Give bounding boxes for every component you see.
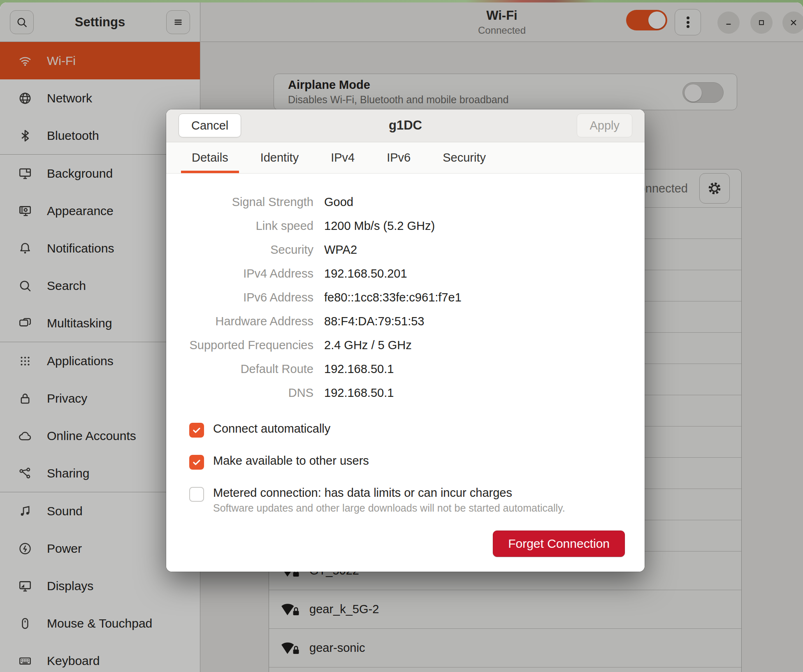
tab-ipv6[interactable]: IPv6 — [376, 142, 421, 173]
dialog-tabs: Details Identity IPv4 IPv6 Security — [166, 142, 645, 174]
tab-details[interactable]: Details — [181, 142, 239, 173]
detail-value: 192.168.50.1 — [324, 362, 394, 376]
kebab-icon — [687, 15, 689, 30]
detail-label: IPv4 Address — [166, 267, 313, 280]
maximize-button[interactable] — [750, 12, 773, 34]
cancel-button[interactable]: Cancel — [179, 114, 241, 137]
sidebar-item-label: Privacy — [47, 392, 87, 406]
network-row[interactable] — [269, 667, 741, 672]
sidebar-item-label: Keyboard — [47, 654, 100, 668]
checkbox-row-metered-connection[interactable]: Metered connection: has data limits or c… — [189, 486, 625, 514]
app-title: Settings — [34, 15, 166, 30]
bluetooth-icon — [18, 129, 32, 143]
sidebar-item-label: Online Accounts — [47, 429, 136, 443]
airplane-mode-toggle[interactable] — [682, 82, 724, 103]
network-ssid: gear_k_5G-2 — [309, 602, 379, 616]
network-settings-button[interactable] — [699, 173, 730, 204]
dialog-headerbar: Cancel g1DC Apply — [166, 109, 645, 142]
search-button[interactable] — [10, 10, 34, 34]
detail-row-link-speed: Link speed 1200 Mb/s (5.2 GHz) — [166, 214, 625, 238]
settings-window: Settings Wi-Fi Network Bluetooth — [0, 2, 803, 672]
network-row-gear-sonic[interactable]: gear-sonic — [269, 629, 741, 667]
hamburger-icon — [172, 16, 184, 28]
sidebar-item-label: Sound — [47, 504, 83, 518]
sidebar-item-label: Power — [47, 542, 82, 556]
sidebar-header: Settings — [0, 2, 200, 42]
page-title-group: Wi-Fi Connected — [478, 8, 526, 36]
make-available-checkbox[interactable] — [189, 455, 204, 470]
globe-icon — [18, 91, 32, 105]
tab-identity[interactable]: Identity — [250, 142, 310, 173]
sidebar-item-label: Notifications — [47, 241, 114, 255]
maximize-icon — [756, 17, 767, 28]
connect-automatically-checkbox[interactable] — [189, 423, 204, 438]
lock-icon — [18, 392, 32, 406]
music-note-icon — [18, 504, 32, 518]
sidebar-item-label: Multitasking — [47, 316, 112, 330]
network-ssid: gear-sonic — [309, 641, 365, 655]
detail-value: 88:F4:DA:79:51:53 — [324, 315, 424, 328]
checkbox-row-connect-automatically[interactable]: Connect automatically — [189, 422, 625, 438]
sidebar-item-keyboard[interactable]: Keyboard — [0, 642, 200, 672]
wifi-toggle-knob — [648, 12, 666, 29]
airplane-mode-title: Airplane Mode — [288, 78, 508, 92]
detail-value: 192.168.50.201 — [324, 267, 407, 280]
tab-security[interactable]: Security — [432, 142, 497, 173]
more-options-button[interactable] — [675, 9, 701, 35]
airplane-toggle-knob — [685, 84, 702, 102]
search-icon — [16, 16, 28, 28]
forget-connection-area: Forget Connection — [166, 531, 625, 557]
sidebar-item-label: Appearance — [47, 204, 114, 218]
close-button[interactable] — [782, 12, 803, 34]
sidebar-item-mouse-touchpad[interactable]: Mouse & Touchpad — [0, 605, 200, 642]
mouse-icon — [18, 616, 32, 630]
sidebar-item-label: Sharing — [47, 466, 89, 480]
checkbox-label: Connect automatically — [213, 422, 330, 436]
detail-row-hardware-address: Hardware Address 88:F4:DA:79:51:53 — [166, 309, 625, 333]
wifi-lock-icon — [281, 602, 300, 617]
checkmark-icon — [191, 425, 202, 436]
checkbox-label: Metered connection: has data limits or c… — [213, 486, 565, 500]
menu-button[interactable] — [166, 10, 190, 34]
checkmark-icon — [191, 457, 202, 468]
detail-row-signal-strength: Signal Strength Good — [166, 190, 625, 214]
sidebar-item-label: Wi-Fi — [47, 54, 76, 68]
detail-row-supported-frequencies: Supported Frequencies 2.4 GHz / 5 GHz — [166, 333, 625, 357]
sidebar-item-label: Applications — [47, 354, 114, 368]
detail-value: 192.168.50.1 — [324, 386, 394, 400]
dialog-body: Signal Strength Good Link speed 1200 Mb/… — [166, 174, 645, 572]
tab-ipv4[interactable]: IPv4 — [320, 142, 365, 173]
checkbox-row-make-available[interactable]: Make available to other users — [189, 454, 625, 470]
sidebar-item-displays[interactable]: Displays — [0, 567, 200, 605]
apply-button[interactable]: Apply — [577, 114, 632, 137]
windows-icon — [18, 316, 32, 330]
metered-connection-checkbox[interactable] — [189, 487, 204, 502]
wifi-toggle[interactable] — [626, 10, 667, 30]
detail-label: Supported Frequencies — [166, 338, 313, 352]
airplane-mode-row: Airplane Mode Disables Wi-Fi, Bluetooth … — [274, 74, 737, 110]
app-grid-icon — [18, 354, 32, 368]
gear-icon — [706, 180, 723, 197]
bell-icon — [18, 241, 32, 255]
detail-value: 2.4 GHz / 5 GHz — [324, 338, 412, 352]
background-icon — [18, 167, 32, 181]
search-icon — [18, 279, 32, 293]
detail-value: Good — [324, 195, 353, 209]
power-icon — [18, 542, 32, 556]
network-details-dialog: Cancel g1DC Apply Details Identity IPv4 … — [166, 109, 645, 572]
detail-value: WPA2 — [324, 243, 357, 257]
dialog-title: g1DC — [389, 118, 422, 133]
minimize-button[interactable] — [717, 12, 740, 34]
network-row-gear-k-5g2[interactable]: gear_k_5G-2 — [269, 590, 741, 629]
detail-row-ipv4-address: IPv4 Address 192.168.50.201 — [166, 262, 625, 285]
close-icon — [788, 17, 799, 28]
sidebar-item-wifi[interactable]: Wi-Fi — [0, 42, 200, 79]
display-icon — [18, 579, 32, 593]
detail-label: Hardware Address — [166, 315, 313, 328]
detail-label: Signal Strength — [166, 195, 313, 209]
minimize-icon — [723, 17, 734, 28]
forget-connection-button[interactable]: Forget Connection — [493, 531, 625, 557]
sidebar-item-label: Background — [47, 167, 113, 181]
wifi-lock-icon — [281, 640, 300, 656]
share-icon — [18, 466, 32, 480]
